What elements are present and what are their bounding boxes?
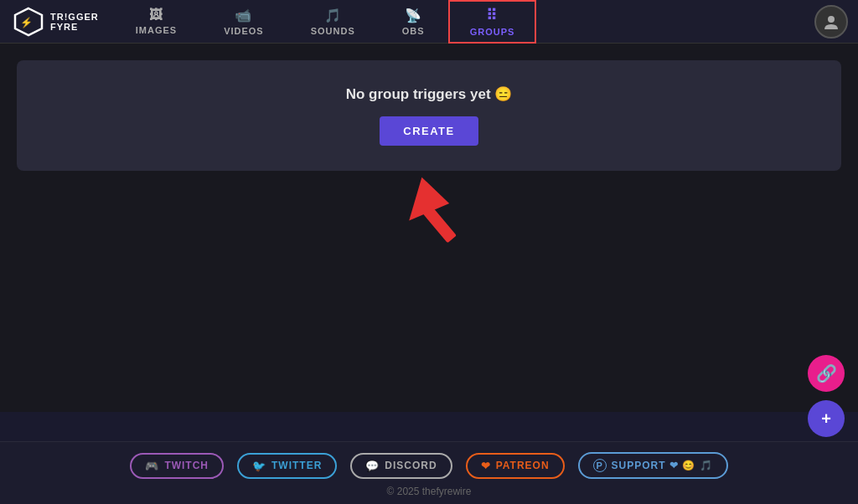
videos-icon: 📹	[235, 8, 252, 23]
twitter-label: TWITTER	[271, 460, 322, 471]
main-content: No group triggers yet 😑 CREATE	[0, 44, 858, 412]
discord-label: DISCORD	[385, 460, 437, 471]
sounds-icon: 🎵	[324, 8, 342, 23]
user-icon	[822, 13, 840, 31]
plus-fab-button[interactable]: +	[808, 400, 845, 437]
support-icon: P	[593, 459, 607, 472]
discord-icon: 💬	[365, 460, 380, 472]
link-fab-button[interactable]: 🔗	[808, 355, 845, 392]
obs-label: OBS	[402, 26, 425, 36]
fab-container: 🔗 +	[808, 355, 845, 437]
support-label: SUPPORT ❤ 😊 🎵	[612, 460, 713, 471]
nav-item-groups[interactable]: ⠿ GROUPS	[448, 0, 537, 44]
images-label: IMAGES	[136, 25, 177, 35]
discord-link[interactable]: 💬 DISCORD	[350, 453, 452, 479]
images-icon: 🖼	[149, 8, 163, 23]
svg-text:⚡: ⚡	[20, 16, 33, 28]
svg-point-2	[828, 16, 835, 23]
twitter-link[interactable]: 🐦 TWITTER	[237, 453, 337, 479]
twitter-icon: 🐦	[252, 460, 266, 472]
link-icon: 🔗	[816, 363, 837, 383]
create-button[interactable]: CREATE	[380, 116, 478, 146]
arrow-container	[17, 171, 841, 255]
copyright: © 2025 thefyrewire	[17, 486, 841, 497]
sounds-label: SOUNDS	[311, 26, 355, 36]
twitch-icon: 🎮	[145, 460, 159, 472]
logo-icon: ⚡	[13, 7, 44, 37]
videos-label: VIDEOS	[224, 26, 264, 36]
main-nav: 🖼 IMAGES 📹 VIDEOS 🎵 SOUNDS 📡 OBS ⠿ GROUP…	[112, 0, 814, 44]
patreon-link[interactable]: ❤ PATREON	[466, 453, 565, 479]
empty-card: No group triggers yet 😑 CREATE	[17, 60, 841, 171]
support-link[interactable]: P SUPPORT ❤ 😊 🎵	[578, 452, 728, 479]
plus-icon: +	[821, 409, 831, 429]
nav-item-obs[interactable]: 📡 OBS	[379, 0, 448, 44]
logo-area[interactable]: ⚡ TR!GGER FYRE	[0, 7, 112, 37]
groups-label: GROUPS	[470, 27, 515, 37]
footer-links: 🎮 TWITCH 🐦 TWITTER 💬 DISCORD ❤ PATREON P…	[17, 452, 841, 479]
twitch-label: TWITCH	[164, 460, 209, 471]
nav-item-images[interactable]: 🖼 IMAGES	[112, 0, 200, 44]
obs-icon: 📡	[405, 8, 422, 23]
footer: 🎮 TWITCH 🐦 TWITTER 💬 DISCORD ❤ PATREON P…	[0, 441, 858, 504]
groups-icon: ⠿	[486, 6, 498, 24]
nav-item-sounds[interactable]: 🎵 SOUNDS	[287, 0, 379, 44]
twitch-link[interactable]: 🎮 TWITCH	[130, 453, 224, 479]
profile-button[interactable]	[814, 5, 848, 39]
empty-message: No group triggers yet 😑	[346, 85, 513, 103]
nav-item-videos[interactable]: 📹 VIDEOS	[200, 0, 287, 44]
arrow-icon	[379, 162, 488, 263]
patreon-icon: ❤	[481, 460, 491, 472]
logo-text: TR!GGER FYRE	[50, 12, 99, 32]
patreon-label: PATREON	[496, 460, 550, 471]
header: ⚡ TR!GGER FYRE 🖼 IMAGES 📹 VIDEOS 🎵 SOUND…	[0, 0, 858, 44]
